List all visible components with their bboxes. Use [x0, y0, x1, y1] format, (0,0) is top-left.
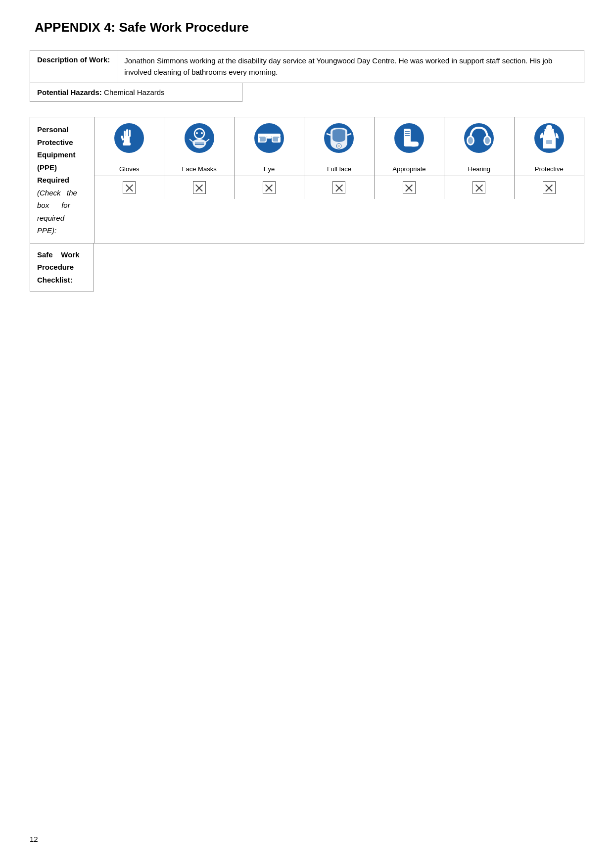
ppe-cell-protective: Protective — [515, 117, 584, 176]
ppe-cell-hearing: Hearing — [444, 117, 514, 176]
hazards-label: Potential Hazards: — [37, 88, 102, 96]
checkbox-eye-box[interactable] — [263, 181, 276, 194]
checkbox-face-masks-box[interactable] — [193, 181, 206, 194]
svg-point-31 — [410, 143, 418, 147]
svg-rect-41 — [546, 140, 552, 144]
checkbox-full-face-box[interactable] — [332, 181, 345, 194]
safe-work-label-1: Safe Work — [37, 248, 87, 261]
ppe-cell-face-masks: Face Masks — [164, 117, 234, 176]
ppe-label-required: Required — [37, 174, 87, 187]
protective-icon — [533, 122, 565, 154]
gloves-label: Gloves — [119, 157, 139, 173]
ppe-cell-eye: Eye — [235, 117, 304, 176]
full-face-icon — [323, 122, 355, 154]
svg-rect-2 — [124, 131, 126, 138]
description-table: Description of Work: Jonathon Simmons wo… — [30, 50, 584, 83]
checkbox-face-masks[interactable] — [164, 176, 234, 199]
full-face-label: Full face — [327, 157, 351, 173]
svg-point-13 — [196, 132, 198, 134]
protective-label: Protective — [535, 157, 564, 173]
svg-point-14 — [201, 132, 203, 134]
svg-point-37 — [468, 137, 473, 144]
checkbox-hearing-box[interactable] — [472, 181, 485, 194]
checkbox-protective-box[interactable] — [543, 181, 556, 194]
safe-work-label-3: Checklist: — [37, 274, 87, 287]
svg-rect-22 — [258, 138, 260, 143]
svg-rect-4 — [129, 130, 131, 137]
hazards-box: Potential Hazards: Chemical Hazards — [30, 83, 242, 102]
ppe-label-protective: Protective — [37, 136, 87, 149]
ppe-checkbox-row — [94, 176, 584, 199]
ppe-label-personal: Personal — [37, 123, 87, 136]
hazards-value: Chemical Hazards — [104, 88, 165, 96]
checkbox-appropriate[interactable] — [375, 176, 444, 199]
boot-icon — [393, 122, 425, 154]
svg-rect-3 — [126, 129, 128, 137]
svg-point-39 — [485, 137, 490, 144]
ppe-cell-full-face: Full face — [304, 117, 374, 176]
checkbox-protective[interactable] — [515, 176, 584, 199]
ppe-label-ppe: (PPE) — [37, 161, 87, 174]
ppe-label-check: (Check the — [37, 187, 87, 199]
ppe-label-req2: required — [37, 212, 87, 225]
ppe-section: Personal Protective Equipment (PPE) Requ… — [30, 117, 584, 243]
hearing-icon — [463, 122, 495, 154]
svg-rect-21 — [267, 137, 272, 139]
gloves-icon — [113, 122, 145, 154]
safe-work-label-2: Procedure — [37, 261, 87, 274]
ppe-label-ppe2: PPE): — [37, 224, 87, 237]
svg-rect-23 — [278, 138, 281, 143]
checkbox-hearing[interactable] — [444, 176, 514, 199]
ppe-cell-gloves: Gloves — [94, 117, 164, 176]
svg-point-42 — [546, 125, 552, 131]
ppe-label-box: box for — [37, 199, 87, 212]
checkbox-eye[interactable] — [235, 176, 304, 199]
description-label: Description of Work: — [30, 50, 117, 83]
ppe-label-equipment: Equipment — [37, 148, 87, 161]
face-masks-label: Face Masks — [182, 157, 217, 173]
ppe-grid: Gloves — [94, 117, 584, 243]
checkbox-appropriate-box[interactable] — [403, 181, 416, 194]
eye-label: Eye — [264, 157, 275, 173]
eye-icon — [253, 122, 285, 154]
hearing-label: Hearing — [468, 157, 491, 173]
checkbox-gloves-box[interactable] — [123, 181, 136, 194]
page-number: 12 — [30, 835, 38, 843]
safe-work-box: Safe Work Procedure Checklist: — [30, 243, 94, 292]
appropriate-label: Appropriate — [392, 157, 425, 173]
ppe-label-cell: Personal Protective Equipment (PPE) Requ… — [30, 117, 94, 243]
page-title: APPENDIX 4: Safe Work Procedure — [30, 20, 584, 35]
ppe-icons-row: Gloves — [94, 117, 584, 176]
checkbox-full-face[interactable] — [304, 176, 374, 199]
svg-rect-6 — [123, 143, 131, 145]
checkbox-gloves[interactable] — [94, 176, 164, 199]
svg-point-26 — [337, 145, 340, 147]
description-text: Jonathon Simmons working at the disabili… — [117, 50, 584, 83]
ppe-cell-appropriate: Appropriate — [375, 117, 444, 176]
face-masks-icon — [184, 122, 215, 154]
